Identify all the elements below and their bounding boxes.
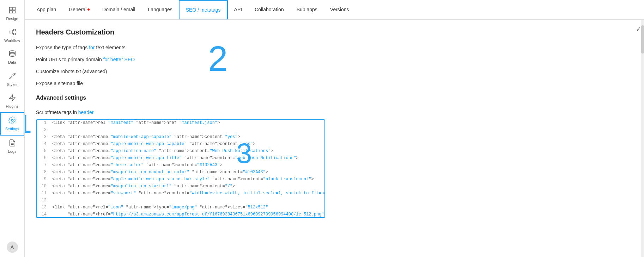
setting-expose-tags[interactable]: Expose the type of tags for text element… (36, 45, 633, 50)
tab-domain-email[interactable]: Domain / email (96, 0, 141, 20)
line-number: 1 (37, 120, 49, 126)
settings-icon (8, 117, 16, 125)
code-line: 13<link "attr-name">rel="icon" "attr-nam… (37, 205, 324, 212)
setting-customize-robots[interactable]: Customize robots.txt (advanced) (36, 69, 633, 74)
tab-sub-apps[interactable]: Sub apps (290, 0, 324, 20)
line-code: <meta "attr-name">name="mobile-web-app-c… (49, 134, 243, 140)
sidebar-item-workflow[interactable]: Workflow (0, 25, 24, 46)
code-line: 8<meta "attr-name">name="msapplication-n… (37, 169, 324, 176)
sidebar-item-styles[interactable]: Styles (0, 69, 24, 90)
code-line: 11<meta "attr-name">name="viewport" "att… (37, 190, 324, 198)
settings-content: 1 2 3 ✓ Headers Customization Expose the… (25, 20, 644, 257)
sidebar-item-workflow-label: Workflow (4, 38, 20, 43)
scroll-thumb[interactable] (641, 25, 644, 54)
line-code (49, 127, 55, 128)
code-line: 2 (37, 127, 324, 134)
svg-point-11 (9, 51, 15, 53)
workflow-icon (8, 28, 16, 37)
line-number: 8 (37, 169, 49, 175)
svg-rect-0 (9, 7, 12, 10)
sidebar: Design Workflow Data Styles Plugins Sett… (0, 0, 25, 257)
tab-versions[interactable]: Versions (324, 0, 356, 20)
data-icon (8, 50, 16, 59)
line-number: 12 (37, 198, 49, 203)
design-icon (8, 6, 16, 15)
code-line: 4<meta "attr-name">name="apple-mobile-we… (37, 141, 324, 148)
line-number: 7 (37, 162, 49, 168)
line-number: 2 (37, 127, 49, 133)
line-code: <link "attr-name">rel="manifest" "attr-n… (49, 120, 223, 126)
checkmark-icon: ✓ (636, 25, 641, 33)
code-line: 1<link "attr-name">rel="manifest" "attr-… (37, 120, 324, 127)
code-line: 6<meta "attr-name">name="apple-mobile-we… (37, 155, 324, 162)
svg-point-13 (11, 119, 13, 121)
code-line: 3<meta "attr-name">name="mobile-web-app-… (37, 134, 324, 141)
sidebar-item-styles-label: Styles (7, 82, 18, 87)
line-code: <meta "attr-name">name="theme-color" "at… (49, 162, 225, 168)
code-line: 14 "attr-name">href="https://s3.amazonaw… (37, 212, 324, 218)
scroll-track (641, 20, 644, 257)
line-number: 10 (37, 183, 49, 189)
line-code: "attr-name">href="https://s3.amazonaws.c… (49, 212, 325, 217)
general-dot (87, 8, 90, 11)
advanced-settings-title: Advanced settings (36, 95, 633, 101)
line-code: <link "attr-name">rel="icon" "attr-name"… (49, 205, 271, 210)
line-code: <meta "attr-name">name="msapplication-st… (49, 183, 238, 189)
headers-title: Headers Customization (36, 28, 633, 36)
line-code: <meta "attr-name">name="apple-mobile-web… (49, 141, 258, 147)
line-number: 11 (37, 190, 49, 196)
avatar[interactable]: A (7, 242, 18, 253)
line-code: <meta "attr-name">name="apple-mobile-web… (49, 176, 317, 182)
sidebar-item-design[interactable]: Design (0, 3, 24, 25)
code-editor[interactable]: 1<link "attr-name">rel="manifest" "attr-… (36, 119, 325, 218)
sidebar-item-design-label: Design (6, 17, 18, 21)
script-meta-label: Script/meta tags in header (36, 109, 633, 115)
tab-general[interactable]: General (62, 0, 96, 20)
line-number: 4 (37, 141, 49, 147)
line-code (49, 198, 55, 198)
tab-api[interactable]: API (228, 0, 249, 20)
line-code: <meta "attr-name">name="viewport" "attr-… (49, 190, 325, 196)
line-number: 13 (37, 205, 49, 210)
tab-languages[interactable]: Languages (141, 0, 178, 20)
line-code: <meta "attr-name">name="apple-mobile-web… (49, 155, 302, 161)
tab-app-plan[interactable]: App plan (30, 0, 62, 20)
sidebar-item-plugins-label: Plugins (6, 104, 18, 109)
line-number: 6 (37, 155, 49, 161)
svg-rect-4 (9, 31, 11, 33)
plugins-icon (8, 94, 16, 103)
setting-expose-sitemap[interactable]: Expose a sitemap file (36, 81, 633, 86)
main-content: App plan General Domain / email Language… (25, 0, 644, 257)
svg-rect-5 (13, 29, 15, 31)
sidebar-item-settings[interactable]: Settings (0, 112, 24, 136)
sidebar-item-logs[interactable]: Logs (0, 136, 24, 157)
tab-collaboration[interactable]: Collaboration (248, 0, 290, 20)
svg-rect-6 (13, 33, 15, 35)
setting-point-urls[interactable]: Point URLs to primary domain for better … (36, 57, 633, 62)
code-line: 12 (37, 198, 324, 205)
svg-rect-2 (9, 11, 12, 13)
svg-rect-1 (12, 7, 15, 10)
svg-rect-3 (12, 11, 15, 13)
tab-bar: App plan General Domain / email Language… (25, 0, 644, 20)
line-number: 9 (37, 176, 49, 182)
styles-icon (8, 72, 16, 81)
code-line: 7<meta "attr-name">name="theme-color" "a… (37, 162, 324, 169)
line-number: 5 (37, 148, 49, 154)
sidebar-item-logs-label: Logs (8, 149, 17, 154)
logs-icon (8, 139, 16, 148)
sidebar-item-data[interactable]: Data (0, 46, 24, 68)
line-code: <meta "attr-name">name="msapplication-na… (49, 169, 271, 175)
line-number: 3 (37, 134, 49, 140)
tab-seo-metatags[interactable]: SEO / metatags (179, 0, 228, 19)
code-line: 9<meta "attr-name">name="apple-mobile-we… (37, 176, 324, 183)
sidebar-item-data-label: Data (8, 60, 16, 65)
sidebar-item-plugins[interactable]: Plugins (0, 90, 24, 112)
code-line: 10<meta "attr-name">name="msapplication-… (37, 183, 324, 190)
line-number: 14 (37, 212, 49, 217)
line-code: <meta "attr-name">name="application-name… (49, 148, 276, 154)
sidebar-item-settings-label: Settings (5, 127, 19, 131)
step1-label: 1 (25, 111, 32, 137)
code-line: 5<meta "attr-name">name="application-nam… (37, 148, 324, 155)
